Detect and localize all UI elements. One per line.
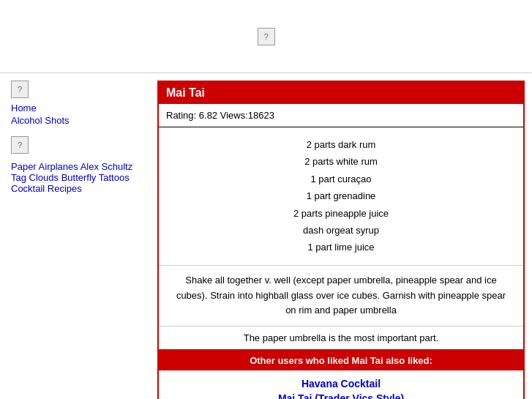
ingredient-2: 2 parts white rum	[166, 153, 516, 170]
recipe-box: Mai Tai Rating: 6.82 Views:18623 2 parts…	[157, 81, 525, 399]
sidebar-item-alex-schultz[interactable]: Alex Schultz	[80, 161, 133, 172]
sidebar-image-2: ?	[11, 136, 29, 154]
sidebar-item-butterfly-tattoos[interactable]: Butterfly Tattoos	[61, 172, 130, 183]
ingredient-7: 1 part lime juice	[166, 239, 516, 256]
top-banner: ?	[0, 0, 532, 73]
sidebar-nav-2: Paper Airplanes Alex Schultz Tag Clouds …	[11, 161, 143, 194]
ingredient-1: 2 parts dark rum	[166, 136, 516, 153]
sidebar-image-1: ?	[11, 81, 29, 98]
ingredient-6: dash orgeat syrup	[166, 222, 516, 239]
sidebar-item-tag-clouds[interactable]: Tag Clouds	[11, 172, 59, 183]
sidebar-item-paper-airplanes[interactable]: Paper Airplanes	[11, 161, 78, 172]
also-liked-header: Other users who liked Mai Tai also liked…	[159, 351, 523, 370]
recipe-instructions: Shake all together v. well (except paper…	[159, 266, 523, 327]
sidebar-nav-1: Home Alcohol Shots	[11, 102, 143, 126]
main-content: Mai Tai Rating: 6.82 Views:18623 2 parts…	[154, 73, 532, 399]
ingredient-5: 2 parts pineapple juice	[166, 205, 516, 222]
content-area: ? Home Alcohol Shots ? Paper Airplanes A…	[0, 73, 532, 399]
recipe-note: The paper umbrella is the most important…	[159, 327, 523, 351]
sidebar-item-alcohol-shots[interactable]: Alcohol Shots	[11, 115, 143, 126]
ingredient-4: 1 part grenadine	[166, 187, 516, 204]
sidebar-item-home[interactable]: Home	[11, 102, 143, 113]
ingredient-3: 1 part curaçao	[166, 171, 516, 187]
recipe-ingredients: 2 parts dark rum 2 parts white rum 1 par…	[159, 127, 523, 266]
recipe-rating: Rating: 6.82 Views:18623	[159, 104, 523, 127]
top-banner-image: ?	[258, 28, 275, 45]
also-liked-links: Havana Cocktail Mai Tai (Trader Vics Sty…	[159, 370, 523, 399]
sidebar-item-cocktail-recipes[interactable]: Cocktail Recipes	[11, 183, 82, 194]
recipe-title: Mai Tai	[159, 82, 523, 104]
also-liked-link-2[interactable]: Mai Tai (Trader Vics Style)	[166, 392, 516, 399]
also-liked-link-1[interactable]: Havana Cocktail	[166, 378, 516, 389]
sidebar: ? Home Alcohol Shots ? Paper Airplanes A…	[0, 73, 154, 399]
page-wrapper: ? ? Home Alcohol Shots ? Paper Airplanes…	[0, 0, 532, 399]
